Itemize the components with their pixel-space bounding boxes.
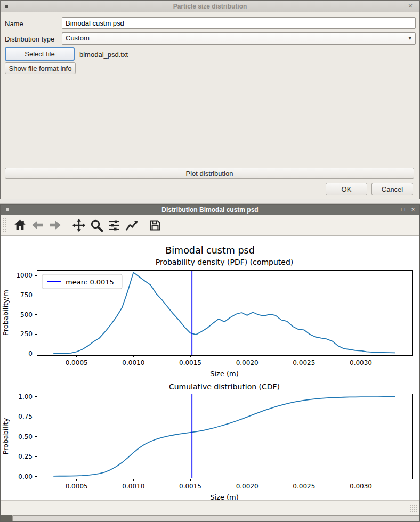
svg-text:0.0030: 0.0030	[350, 359, 372, 366]
svg-text:0.0020: 0.0020	[236, 359, 259, 366]
svg-text:0.0030: 0.0030	[350, 483, 372, 490]
svg-text:500: 500	[20, 311, 33, 319]
name-label: Name	[5, 20, 23, 28]
distribution-type-select[interactable]: Custom ▾	[62, 32, 416, 45]
distribution-type-label: Distribution type	[5, 35, 54, 43]
figure-canvas[interactable]: Bimodal custm psd Probability density (P…	[1, 236, 419, 500]
toolbar-back-button[interactable]	[29, 217, 46, 234]
resize-grip-icon[interactable]	[409, 504, 418, 513]
svg-text:0.0025: 0.0025	[293, 483, 315, 490]
cdf-chart: Cumulative distribution (CDF)0.00050.001…	[1, 381, 419, 500]
svg-text:0.0025: 0.0025	[293, 359, 315, 366]
svg-text:Probability: Probability	[2, 418, 10, 454]
close-icon[interactable]: ×	[406, 1, 415, 11]
figure-title: Bimodal custm psd	[1, 236, 419, 256]
plot-window: Distribution Bimodal custm psd – □ ×	[0, 204, 420, 522]
toolbar-save-button[interactable]	[147, 217, 163, 234]
svg-text:1.00: 1.00	[18, 393, 33, 401]
plot-window-titlebar[interactable]: Distribution Bimodal custm psd – □ ×	[1, 205, 419, 215]
zoom-icon	[90, 218, 103, 232]
home-icon	[13, 218, 27, 232]
svg-text:0.25: 0.25	[18, 453, 33, 460]
svg-text:0.0005: 0.0005	[66, 483, 88, 490]
minimize-icon[interactable]: –	[390, 205, 396, 215]
close-icon[interactable]: ×	[410, 205, 416, 215]
maximize-icon[interactable]: □	[400, 205, 406, 215]
svg-text:Size (m): Size (m)	[210, 493, 239, 500]
matplotlib-toolbar	[1, 215, 419, 236]
toolbar-zoom-button[interactable]	[88, 217, 104, 234]
svg-text:Cumulative distribution (CDF): Cumulative distribution (CDF)	[169, 382, 280, 391]
toolbar-configure-subplots-button[interactable]	[106, 217, 122, 234]
toolbar-edit-axes-button[interactable]	[123, 217, 140, 234]
line-chart-icon	[125, 218, 139, 232]
name-input[interactable]	[62, 17, 416, 29]
svg-text:0.00: 0.00	[18, 473, 33, 480]
background-gap	[0, 199, 420, 204]
dialog-title: Particle size distribution	[173, 3, 247, 10]
scrollbar-corner	[1, 515, 12, 521]
svg-text:0.0020: 0.0020	[236, 483, 259, 490]
window-icon	[6, 208, 9, 211]
bottom-scrollbar	[1, 515, 419, 521]
sliders-icon	[107, 218, 121, 232]
svg-text:Size (m): Size (m)	[210, 370, 239, 378]
forward-arrow-icon	[49, 218, 62, 232]
toolbar-forward-button[interactable]	[47, 217, 63, 234]
svg-text:Probability density (PDF) (com: Probability density (PDF) (computed)	[156, 258, 293, 266]
svg-text:0.0010: 0.0010	[122, 359, 144, 366]
toolbar-pan-button[interactable]	[70, 217, 87, 234]
scrollbar-thumb[interactable]	[12, 515, 419, 521]
back-arrow-icon	[31, 218, 44, 232]
svg-text:0.0015: 0.0015	[179, 359, 201, 366]
toolbar-home-button[interactable]	[12, 217, 28, 234]
svg-text:mean: 0.0015: mean: 0.0015	[66, 278, 114, 286]
svg-text:0.0010: 0.0010	[122, 483, 144, 490]
svg-text:Probability/m: Probability/m	[2, 290, 10, 336]
select-file-button[interactable]: Select file	[5, 47, 75, 61]
distribution-type-value: Custom	[66, 34, 90, 42]
svg-text:750: 750	[20, 291, 33, 299]
svg-text:0.75: 0.75	[18, 413, 33, 420]
status-bar	[1, 500, 419, 515]
pan-icon	[72, 218, 86, 232]
ok-button[interactable]: OK	[326, 183, 367, 195]
toolbar-separator	[143, 218, 143, 232]
toolbar-drag-handle[interactable]	[3, 217, 7, 233]
window-icon	[5, 5, 8, 8]
svg-text:0: 0	[28, 350, 33, 357]
chevron-down-icon: ▾	[408, 35, 411, 42]
pdf-chart: Probability density (PDF) (computed)0.00…	[1, 256, 419, 379]
psd-dialog-window: Particle size distribution × Name Distri…	[0, 0, 420, 199]
show-file-format-button[interactable]: Show file format info	[5, 62, 76, 74]
svg-text:0.0015: 0.0015	[179, 483, 201, 490]
svg-text:1000: 1000	[16, 272, 33, 279]
dialog-titlebar[interactable]: Particle size distribution ×	[1, 1, 419, 12]
svg-text:0.0005: 0.0005	[66, 359, 88, 366]
svg-text:0.50: 0.50	[18, 433, 33, 441]
plot-window-title: Distribution Bimodal custm psd	[161, 206, 258, 214]
save-icon	[148, 218, 162, 232]
selected-file-name: bimodal_psd.txt	[79, 51, 128, 59]
toolbar-separator	[67, 218, 67, 232]
plot-distribution-button[interactable]: Plot distribution	[5, 168, 414, 179]
svg-text:250: 250	[20, 330, 33, 338]
cancel-button[interactable]: Cancel	[371, 183, 413, 195]
